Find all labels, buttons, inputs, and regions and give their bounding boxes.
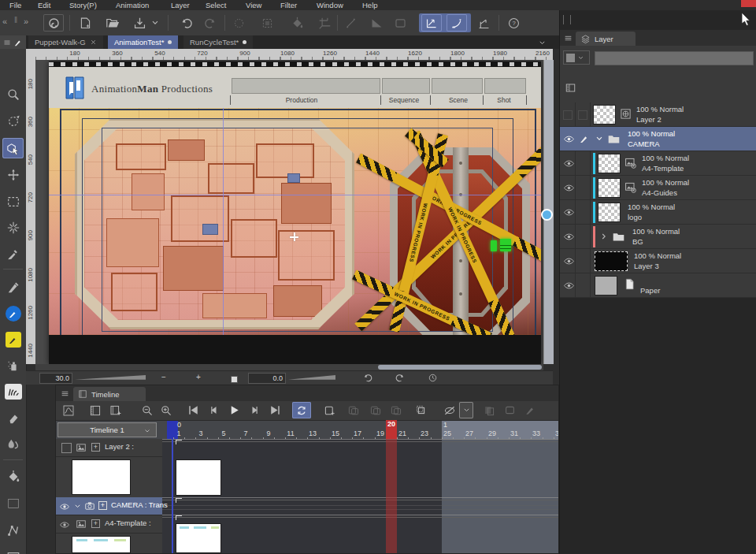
save-button[interactable]	[129, 14, 150, 32]
expand-track-button[interactable]: +	[91, 443, 100, 452]
fit-to-screen-button[interactable]	[231, 376, 238, 383]
figure-tool[interactable]	[2, 520, 24, 541]
canvas-horizontal-scrollbar[interactable]	[35, 364, 543, 370]
menu-file[interactable]: File	[9, 1, 21, 9]
open-file-button[interactable]	[102, 14, 123, 32]
tab-layer[interactable]: Layer	[576, 32, 636, 46]
eye-icon[interactable]	[563, 133, 575, 145]
new-timeline-button[interactable]	[106, 402, 125, 418]
panel-drag-handle[interactable]	[563, 15, 571, 24]
operation-tool[interactable]	[2, 138, 24, 158]
deselect-button[interactable]	[228, 14, 249, 32]
ballpoint-pen-tool[interactable]	[2, 303, 24, 324]
menu-filter[interactable]: Filter	[280, 1, 297, 9]
fountain-pen-tool[interactable]	[2, 329, 24, 350]
redo-button[interactable]	[199, 14, 220, 32]
previous-frame-button[interactable]	[204, 402, 223, 418]
chevron-right-icon[interactable]	[599, 232, 609, 241]
track-thumbnail[interactable]	[72, 536, 131, 553]
help-button[interactable]	[503, 14, 524, 32]
layer-thumbnail[interactable]	[595, 251, 628, 271]
gradient-tool[interactable]	[2, 493, 24, 514]
pen-tool[interactable]	[2, 277, 24, 298]
rotate-left-icon[interactable]	[363, 373, 373, 383]
cel-color-button[interactable]	[480, 402, 498, 418]
expand-right-icon[interactable]: »	[24, 17, 28, 26]
eyedropper-tool[interactable]	[2, 244, 24, 264]
undo-button[interactable]	[176, 14, 197, 32]
expand-track-button[interactable]: +	[98, 501, 107, 510]
layer-property-grid-icon[interactable]	[565, 82, 576, 94]
canvas-viewport[interactable]: AnimationMan Productions Production Sequ…	[35, 60, 543, 364]
menu-help[interactable]: Help	[362, 1, 378, 9]
select-again-button[interactable]	[257, 14, 277, 32]
chevron-down-icon[interactable]	[73, 502, 82, 511]
save-options-dropdown[interactable]	[149, 14, 161, 32]
lock-toggle-empty[interactable]	[578, 110, 587, 120]
layer-row-logo[interactable]: 100 % Normal logo	[560, 200, 756, 225]
blend-tool[interactable]	[2, 434, 24, 455]
hamburger-icon[interactable]	[61, 389, 69, 398]
close-tab-icon[interactable]	[90, 39, 97, 46]
chevron-down-icon[interactable]	[595, 134, 604, 143]
scrollbar-thumb[interactable]	[378, 365, 542, 370]
graph-editor-button[interactable]	[59, 402, 78, 418]
reset-view-icon[interactable]	[428, 373, 438, 383]
paste-frame-button[interactable]	[412, 402, 431, 418]
expand-track-button[interactable]: +	[91, 519, 100, 528]
frame-border-tool[interactable]	[2, 547, 24, 554]
menu-edit[interactable]: Edit	[38, 1, 50, 9]
timeline-view-button[interactable]	[86, 402, 105, 418]
snap-to-grid-button[interactable]	[473, 14, 494, 32]
hamburger-icon[interactable]	[564, 34, 573, 43]
eye-toggle-empty[interactable]	[563, 110, 573, 120]
zoom-in-button[interactable]: +	[196, 373, 201, 381]
rounded-rect-button[interactable]	[390, 14, 410, 32]
tab-run-cycle-test[interactable]: RunCycleTest*	[183, 35, 253, 49]
line-tool-button[interactable]	[340, 14, 361, 32]
layer-row-a4-template[interactable]: 100 % Normal A4-Template	[560, 151, 756, 176]
menu-window[interactable]: Window	[317, 1, 343, 9]
playhead-frame-number[interactable]: 20	[386, 420, 397, 439]
new-document-button[interactable]	[75, 14, 95, 32]
layer-row-camera[interactable]: 100 % Normal CAMERA	[560, 127, 756, 151]
menu-layer[interactable]: Layer	[171, 1, 190, 9]
onion-skin-dropdown[interactable]	[459, 402, 473, 418]
track-thumbnail[interactable]	[72, 459, 131, 495]
menu-view[interactable]: View	[246, 1, 261, 9]
layer-thumbnail[interactable]	[598, 203, 621, 222]
opacity-slider[interactable]	[595, 51, 754, 65]
tab-puppet-walk[interactable]: Puppet-Walk-G	[28, 35, 103, 49]
decoration-tool[interactable]	[2, 381, 24, 402]
frame-ruler[interactable]: 0 1 13 57 911 1315 1719 2123 2527 2931 3…	[162, 421, 558, 440]
zoom-out-timeline-button[interactable]	[138, 402, 157, 418]
timeline-selector-dropdown[interactable]: Timeline 1	[57, 422, 157, 437]
eye-icon[interactable]	[563, 231, 575, 243]
layer-row-a4-guides[interactable]: 100 % Normal A4-Guides	[560, 176, 756, 200]
scrollbar-handle[interactable]	[541, 209, 553, 221]
eraser-tool[interactable]	[2, 408, 24, 429]
track-row-layer2[interactable]: + Layer 2 :	[56, 439, 162, 457]
tab-timeline[interactable]: Timeline	[73, 387, 146, 401]
rotate-canvas-tool[interactable]	[2, 111, 24, 132]
rotation-slider[interactable]	[288, 374, 335, 381]
track-row-a4-template[interactable]: + A4-Template :	[56, 515, 162, 534]
layer-row-layer3[interactable]: 100 % Normal Layer 3	[560, 249, 756, 273]
layer-row-bg[interactable]: 100 % Normal BG	[560, 225, 756, 249]
track-area[interactable]	[162, 439, 558, 553]
eye-icon[interactable]	[563, 280, 575, 292]
track-checkbox[interactable]	[61, 443, 72, 453]
tab-animation-test[interactable]: AnimationTest*	[108, 35, 178, 49]
selection-tool[interactable]	[2, 191, 24, 212]
zoom-value[interactable]: 30.0	[39, 373, 72, 384]
eye-icon[interactable]	[563, 255, 575, 267]
layer-thumbnail[interactable]	[598, 154, 621, 173]
rotate-right-icon[interactable]	[395, 373, 405, 383]
eye-icon[interactable]	[563, 206, 575, 218]
eye-icon[interactable]	[59, 519, 70, 530]
go-to-end-button[interactable]	[265, 402, 284, 418]
new-animation-cel-button[interactable]	[321, 402, 339, 418]
snap-to-ruler-button[interactable]	[421, 14, 442, 32]
layer-thumbnail[interactable]	[593, 105, 616, 125]
play-button[interactable]	[224, 402, 243, 418]
